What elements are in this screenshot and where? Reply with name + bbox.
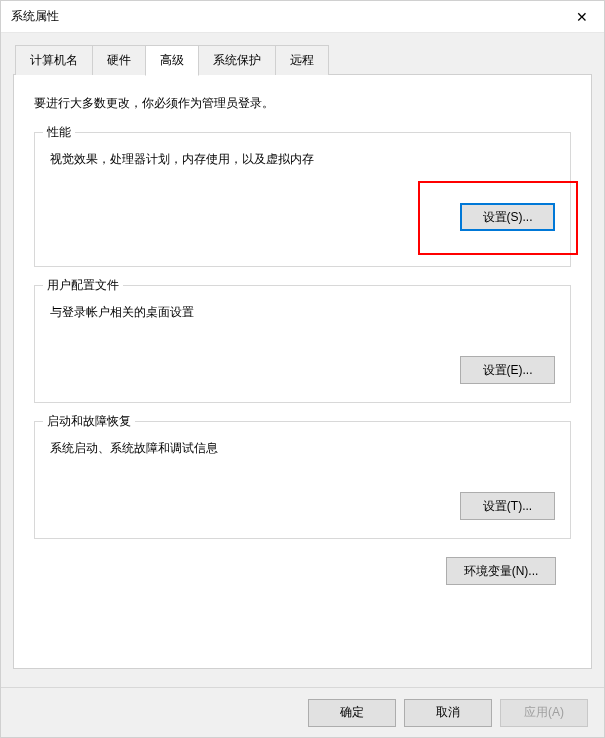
user-profiles-settings-button[interactable]: 设置(E)... [460,356,555,384]
startup-recovery-group: 启动和故障恢复 系统启动、系统故障和调试信息 设置(T)... [34,421,571,539]
performance-button-row: 设置(S)... [50,203,555,231]
user-profiles-desc: 与登录帐户相关的桌面设置 [50,304,555,321]
tab-advanced[interactable]: 高级 [145,45,199,76]
performance-settings-button[interactable]: 设置(S)... [460,203,555,231]
user-profiles-group: 用户配置文件 与登录帐户相关的桌面设置 设置(E)... [34,285,571,403]
tab-hardware[interactable]: 硬件 [92,45,146,75]
user-profiles-title: 用户配置文件 [43,277,123,294]
advanced-tab-panel: 要进行大多数更改，你必须作为管理员登录。 性能 视觉效果，处理器计划，内存使用，… [13,74,592,669]
performance-group: 性能 视觉效果，处理器计划，内存使用，以及虚拟内存 设置(S)... [34,132,571,267]
user-profiles-button-row: 设置(E)... [50,356,555,384]
tab-remote[interactable]: 远程 [275,45,329,75]
apply-button: 应用(A) [500,699,588,727]
startup-recovery-button-row: 设置(T)... [50,492,555,520]
window-title: 系统属性 [11,8,59,25]
startup-recovery-settings-button[interactable]: 设置(T)... [460,492,555,520]
titlebar: 系统属性 ✕ [1,1,604,33]
performance-title: 性能 [43,124,75,141]
dialog-buttons: 确定 取消 应用(A) [1,687,604,737]
env-variables-row: 环境变量(N)... [34,557,556,585]
tab-strip: 计算机名 硬件 高级 系统保护 远程 [1,45,604,75]
environment-variables-button[interactable]: 环境变量(N)... [446,557,556,585]
tab-computer-name[interactable]: 计算机名 [15,45,93,75]
startup-recovery-title: 启动和故障恢复 [43,413,135,430]
ok-button[interactable]: 确定 [308,699,396,727]
performance-desc: 视觉效果，处理器计划，内存使用，以及虚拟内存 [50,151,555,168]
admin-notice: 要进行大多数更改，你必须作为管理员登录。 [34,95,571,112]
system-properties-window: 系统属性 ✕ 计算机名 硬件 高级 系统保护 远程 要进行大多数更改，你必须作为… [0,0,605,738]
tab-system-protection[interactable]: 系统保护 [198,45,276,75]
close-button[interactable]: ✕ [559,1,604,33]
content-area: 计算机名 硬件 高级 系统保护 远程 要进行大多数更改，你必须作为管理员登录。 … [1,33,604,687]
startup-recovery-desc: 系统启动、系统故障和调试信息 [50,440,555,457]
cancel-button[interactable]: 取消 [404,699,492,727]
close-icon: ✕ [576,9,588,25]
